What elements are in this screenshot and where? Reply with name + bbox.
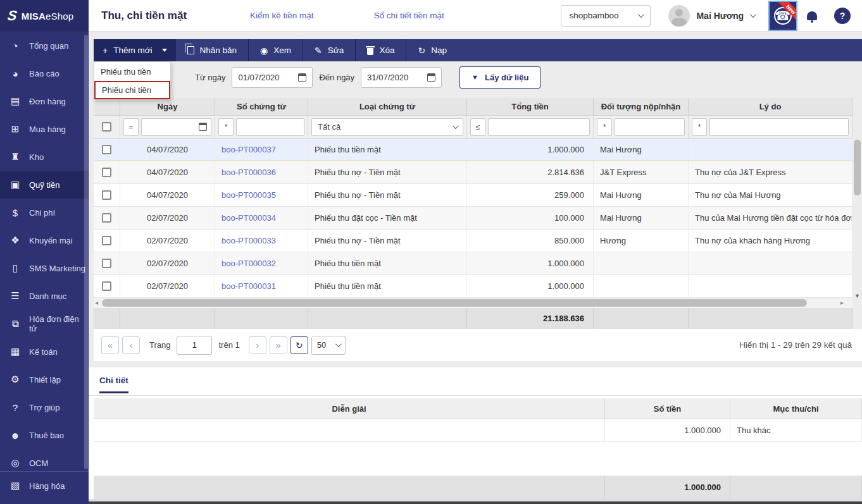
hotline-button[interactable]: ☎ New <box>768 1 797 31</box>
scroll-right-arrow-icon[interactable]: ▸ <box>840 299 844 306</box>
sidebar-item-danh-muc[interactable]: ☰Danh mục <box>0 282 89 310</box>
cell-doc-no-link[interactable]: boo-PT000034 <box>215 207 308 229</box>
row-checkbox[interactable] <box>102 259 111 268</box>
table-row[interactable]: 02/07/2020 boo-PT000032 Phiếu thu tiền m… <box>94 252 853 275</box>
select-all-checkbox[interactable] <box>102 122 111 132</box>
sidebar-item-kho[interactable]: ♜Kho <box>0 143 89 171</box>
payer-filter-text[interactable] <box>619 119 680 135</box>
date-filter-input[interactable] <box>141 118 211 136</box>
page-number-input[interactable] <box>177 336 212 355</box>
horizontal-scrollbar[interactable]: ◂ ▸ <box>94 298 853 308</box>
amount-operator[interactable]: ≤ <box>470 118 485 136</box>
last-page-button[interactable]: » <box>270 336 287 354</box>
sidebar-item-tro-giup[interactable]: ?Trợ giúp <box>0 393 89 421</box>
from-date-input[interactable]: 01/07/2020 <box>232 67 313 88</box>
date-filter-text[interactable] <box>146 119 199 135</box>
to-date-input[interactable]: 31/07/2020 <box>361 67 442 88</box>
payer-filter-input[interactable] <box>615 118 685 136</box>
sidebar-item-don-hang[interactable]: ▤Đơn hàng <box>0 87 89 115</box>
calendar-icon[interactable] <box>298 73 306 82</box>
menu-item-phieu-thu-tien[interactable]: Phiếu thu tiền <box>94 62 170 81</box>
link-so-chi-tiet-tien-mat[interactable]: Sổ chi tiết tiền mặt <box>374 11 444 20</box>
detail-column-amount[interactable]: Số tiền <box>605 398 730 419</box>
add-new-button[interactable]: + Thêm mới <box>94 39 176 61</box>
doc-no-operator[interactable]: * <box>218 118 234 136</box>
table-row[interactable]: 02/07/2020 boo-PT000033 Phiếu thu nợ - T… <box>94 230 853 252</box>
sidebar-item-hang-hoa[interactable]: ▧Hàng hóa <box>0 472 89 500</box>
doc-no-filter-input[interactable] <box>236 118 304 136</box>
row-checkbox[interactable] <box>102 236 111 245</box>
first-page-button[interactable]: « <box>101 336 119 354</box>
reason-operator[interactable]: * <box>692 118 707 136</box>
brand-logo[interactable]: S MISAeShop <box>0 0 89 32</box>
sidebar-item-bao-cao[interactable]: ◕Báo cáo <box>0 59 89 87</box>
cell-doc-no-link[interactable]: boo-PT000033 <box>215 230 308 252</box>
sidebar-scrollbar[interactable] <box>84 35 88 469</box>
refresh-page-button[interactable]: ↻ <box>290 336 308 354</box>
page-size-select[interactable]: 50 <box>311 336 346 355</box>
table-row[interactable]: 04/07/2020 boo-PT000036 Phiếu thu nợ - T… <box>94 161 853 184</box>
row-checkbox[interactable] <box>102 213 111 223</box>
chevron-down-icon[interactable] <box>750 11 756 18</box>
duplicate-button[interactable]: Nhân bản <box>176 39 249 61</box>
column-header-doc-no[interactable]: Số chứng từ <box>215 98 308 116</box>
cell-doc-no-link[interactable]: boo-PT000031 <box>215 275 308 297</box>
delete-button[interactable]: Xóa <box>356 39 406 61</box>
column-header-type[interactable]: Loại chứng từ <box>308 98 467 116</box>
cell-doc-no-link[interactable]: boo-PT000035 <box>215 184 308 206</box>
column-header-reason[interactable]: Lý do <box>689 98 853 116</box>
payer-operator[interactable]: * <box>597 118 612 136</box>
reason-filter-input[interactable] <box>709 118 849 136</box>
table-row[interactable]: 04/07/2020 boo-PT000035 Phiếu thu nợ - T… <box>94 184 853 207</box>
table-row[interactable]: 04/07/2020 boo-PT000037 Phiếu thu tiền m… <box>94 138 853 161</box>
sidebar-item-thiet-lap[interactable]: ⚙Thiết lập <box>0 366 89 393</box>
date-operator[interactable]: = <box>123 118 139 136</box>
scroll-left-arrow-icon[interactable]: ◂ <box>95 299 98 306</box>
edit-button[interactable]: ✎ Sửa <box>303 39 355 61</box>
table-row[interactable]: 02/07/2020 boo-PT000034 Phiếu thu đặt cọ… <box>94 207 853 230</box>
sidebar-item-chi-phi[interactable]: $Chi phí <box>0 199 89 226</box>
sidebar-item-sms-marketing[interactable]: ▯SMS Marketing <box>0 254 89 282</box>
store-selector-dropdown[interactable]: shopbamboo <box>561 5 651 27</box>
amount-filter-text[interactable] <box>492 119 585 135</box>
row-checkbox[interactable] <box>102 281 111 291</box>
row-checkbox[interactable] <box>102 145 111 154</box>
cell-doc-no-link[interactable]: boo-PT000036 <box>215 161 308 183</box>
column-header-date[interactable]: Ngày <box>120 98 215 116</box>
vertical-scrollbar[interactable]: ▼ <box>853 98 862 308</box>
amount-filter-input[interactable] <box>488 118 590 136</box>
user-name[interactable]: Mai Hương <box>696 11 744 21</box>
sidebar-item-hoa-don-dien-tu[interactable]: ⧉Hóa đơn điện tử <box>0 310 89 338</box>
sidebar-item-thue-bao[interactable]: ☻Thuê bao <box>0 421 89 449</box>
calendar-icon[interactable] <box>199 123 207 131</box>
calendar-icon[interactable] <box>427 73 435 82</box>
sidebar-item-mua-hang[interactable]: ⊞Mua hàng <box>0 115 89 143</box>
table-row[interactable]: 02/07/2020 boo-PT000031 Phiếu thu tiền m… <box>94 275 853 298</box>
detail-column-category[interactable]: Mục thu/chi <box>730 398 862 419</box>
type-filter-select[interactable]: Tất cả <box>311 118 463 136</box>
reason-filter-text[interactable] <box>714 119 844 135</box>
row-checkbox[interactable] <box>102 168 111 177</box>
help-button[interactable]: ? <box>834 8 851 24</box>
scroll-down-arrow-icon[interactable]: ▼ <box>853 293 862 299</box>
view-button[interactable]: ◉ Xem <box>249 39 303 61</box>
vertical-scrollbar-thumb[interactable] <box>854 140 861 195</box>
next-page-button[interactable]: › <box>249 336 266 354</box>
sidebar-item-ke-toan[interactable]: ▦Kế toán <box>0 338 89 366</box>
tab-chi-tiet[interactable]: Chi tiết <box>99 376 128 393</box>
horizontal-scrollbar-thumb[interactable] <box>102 299 807 307</box>
sidebar-item-khuyen-mai[interactable]: ❖Khuyến mại <box>0 226 89 254</box>
row-checkbox[interactable] <box>102 190 111 200</box>
doc-no-filter-text[interactable] <box>240 119 300 135</box>
sidebar-item-tong-quan[interactable]: ◔Tổng quan <box>0 32 89 59</box>
detail-row[interactable]: 1.000.000 Thu khác <box>94 419 862 442</box>
column-header-amount[interactable]: Tổng tiền <box>467 98 594 116</box>
get-data-button[interactable]: ▼ Lấy dữ liệu <box>459 66 540 89</box>
user-avatar[interactable] <box>668 5 690 27</box>
reload-button[interactable]: ↻ Nạp <box>406 39 458 61</box>
column-header-payer[interactable]: Đối tượng nộp/nhận <box>594 98 689 116</box>
link-kiem-ke-tien-mat[interactable]: Kiểm kê tiền mặt <box>250 11 314 20</box>
cell-doc-no-link[interactable]: boo-PT000037 <box>215 138 308 161</box>
cell-doc-no-link[interactable]: boo-PT000032 <box>215 252 308 274</box>
notifications-button[interactable] <box>797 11 827 20</box>
